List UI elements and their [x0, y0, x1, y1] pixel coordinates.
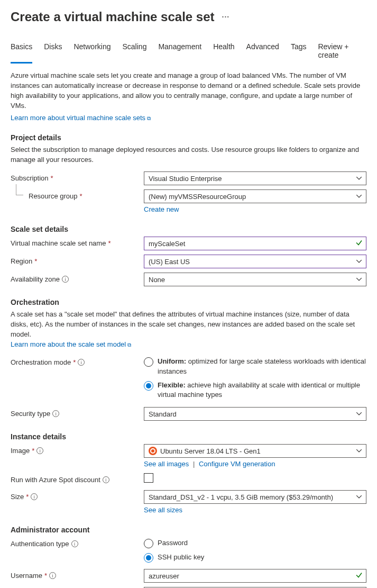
- chevron-down-icon: [356, 495, 362, 499]
- tab-scaling[interactable]: Scaling: [123, 39, 147, 64]
- info-icon[interactable]: i: [103, 476, 109, 483]
- tab-review-create[interactable]: Review + create: [318, 39, 366, 64]
- tab-disks[interactable]: Disks: [44, 39, 62, 64]
- chevron-down-icon: [356, 449, 362, 453]
- tab-health[interactable]: Health: [213, 39, 234, 64]
- orchestration-mode-radio-group: Uniform: optimized for large scale state…: [144, 356, 366, 400]
- info-icon[interactable]: i: [78, 359, 85, 366]
- availability-zone-select[interactable]: None: [144, 273, 366, 286]
- chevron-down-icon: [356, 260, 362, 263]
- intro-text: Azure virtual machine scale sets let you…: [11, 71, 366, 111]
- orchestration-mode-flexible[interactable]: Flexible: achieve high availability at s…: [144, 381, 366, 400]
- chevron-down-icon: [356, 177, 362, 180]
- more-actions-icon[interactable]: ···: [222, 13, 230, 21]
- subscription-select[interactable]: Visual Studio Enterprise: [144, 171, 366, 185]
- vmss-name-label: Virtual machine scale set name*: [11, 237, 144, 247]
- spot-discount-label: Run with Azure Spot discount i: [11, 473, 144, 484]
- image-label: Image* i: [11, 444, 144, 455]
- orchestration-desc: A scale set has a "scale set model" that…: [11, 310, 366, 349]
- tab-networking[interactable]: Networking: [73, 39, 111, 64]
- section-admin-account: Administrator account: [11, 526, 366, 534]
- project-details-desc: Select the subscription to manage deploy…: [11, 145, 366, 165]
- section-project-details: Project details: [11, 133, 366, 142]
- orchestration-mode-uniform[interactable]: Uniform: optimized for large scale state…: [144, 357, 366, 376]
- chevron-down-icon: [356, 412, 362, 415]
- auth-type-radio-group: Password SSH public key: [144, 537, 366, 563]
- size-label: Size* i: [11, 490, 144, 501]
- region-label: Region*: [11, 255, 144, 265]
- external-link-icon: ⧉: [127, 342, 131, 348]
- tabs-bar: Basics Disks Networking Scaling Manageme…: [11, 39, 366, 64]
- info-icon[interactable]: i: [52, 410, 59, 417]
- info-icon[interactable]: i: [62, 276, 69, 283]
- radio-icon: [144, 381, 153, 391]
- tab-tags[interactable]: Tags: [291, 39, 307, 64]
- check-icon: [355, 572, 363, 581]
- chevron-down-icon: [356, 195, 362, 198]
- learn-more-model-link[interactable]: Learn more about the scale set model⧉: [11, 340, 131, 348]
- security-type-select[interactable]: Standard: [144, 407, 366, 421]
- username-label: Username* i: [11, 569, 144, 580]
- info-icon[interactable]: i: [49, 572, 56, 579]
- radio-icon: [144, 357, 153, 367]
- info-icon[interactable]: i: [31, 493, 38, 500]
- learn-more-scale-sets-link[interactable]: Learn more about virtual machine scale s…: [11, 114, 151, 122]
- security-type-label: Security type i: [11, 407, 144, 418]
- section-orchestration: Orchestration: [11, 298, 366, 306]
- info-icon[interactable]: i: [36, 447, 43, 454]
- spot-discount-checkbox[interactable]: [144, 473, 153, 483]
- configure-vm-gen-link[interactable]: Configure VM generation: [199, 460, 275, 468]
- availability-zone-label: Availability zone i: [11, 273, 144, 283]
- auth-type-ssh[interactable]: SSH public key: [144, 553, 366, 563]
- external-link-icon: ⧉: [147, 115, 151, 121]
- see-all-images-link[interactable]: See all images: [144, 460, 189, 468]
- section-instance-details: Instance details: [11, 432, 366, 441]
- section-scale-set-details: Scale set details: [11, 225, 366, 233]
- auth-type-label: Authentication type i: [11, 537, 144, 548]
- tab-basics[interactable]: Basics: [11, 39, 32, 64]
- size-select[interactable]: Standard_DS1_v2 - 1 vcpu, 3.5 GiB memory…: [144, 490, 366, 504]
- subscription-label: Subscription*: [11, 171, 144, 182]
- check-icon: [355, 239, 363, 248]
- region-select[interactable]: (US) East US: [144, 255, 366, 268]
- image-select[interactable]: Ubuntu Server 18.04 LTS - Gen1: [144, 444, 366, 458]
- create-new-rg-link[interactable]: Create new: [144, 205, 179, 213]
- tab-management[interactable]: Management: [158, 39, 201, 64]
- ubuntu-icon: [149, 447, 157, 455]
- radio-icon: [144, 539, 153, 548]
- see-all-sizes-link[interactable]: See all sizes: [144, 506, 182, 514]
- radio-icon: [144, 553, 153, 563]
- vmss-name-input[interactable]: myScaleSet: [144, 237, 366, 250]
- page-title: Create a virtual machine scale set ···: [11, 10, 366, 24]
- auth-type-password[interactable]: Password: [144, 538, 366, 548]
- resource-group-label: Resource group*: [11, 189, 144, 200]
- orchestration-mode-label: Orchestration mode* i: [11, 356, 144, 366]
- tab-advanced[interactable]: Advanced: [246, 39, 279, 64]
- info-icon[interactable]: i: [71, 540, 78, 547]
- username-input[interactable]: azureuser: [144, 569, 366, 583]
- chevron-down-icon: [356, 278, 362, 281]
- resource-group-select[interactable]: (New) myVMSSResourceGroup: [144, 189, 366, 203]
